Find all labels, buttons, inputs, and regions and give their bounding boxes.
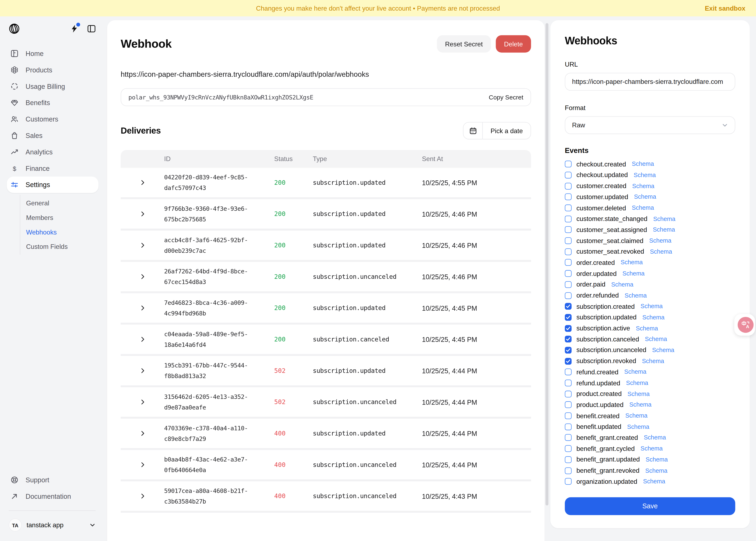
schema-link[interactable]: Schema	[643, 478, 665, 485]
delivery-row[interactable]: 3156462d-6205-4e13-a352-d9e87aa0eafe 502…	[121, 387, 531, 419]
expand-row-chevron-icon[interactable]	[121, 273, 164, 280]
schema-link[interactable]: Schema	[632, 205, 654, 211]
schema-link[interactable]: Schema	[650, 248, 672, 255]
delivery-row[interactable]: 195cb391-67bb-447c-9544-f8b8ad813a32 502…	[121, 356, 531, 387]
url-input[interactable]	[572, 78, 728, 86]
event-checkbox[interactable]	[565, 347, 571, 353]
sidebar-item-general[interactable]: General	[20, 196, 105, 210]
expand-row-chevron-icon[interactable]	[121, 398, 164, 406]
expand-row-chevron-icon[interactable]	[121, 492, 164, 500]
sidebar-item-products[interactable]: Products	[0, 62, 105, 78]
schema-link[interactable]: Schema	[653, 227, 675, 233]
event-checkbox[interactable]	[565, 194, 571, 200]
event-checkbox[interactable]	[565, 238, 571, 244]
event-checkbox[interactable]	[565, 270, 571, 277]
event-checkbox[interactable]	[565, 369, 571, 375]
expand-row-chevron-icon[interactable]	[121, 179, 164, 186]
pick-date-button[interactable]: Pick a date	[463, 122, 531, 139]
schema-link[interactable]: Schema	[632, 161, 654, 168]
delivery-row[interactable]: 26af7262-64bd-4f9d-8bce-67cec154d8a3 200…	[121, 262, 531, 293]
schema-link[interactable]: Schema	[626, 379, 648, 386]
format-select[interactable]: Raw	[565, 116, 735, 134]
sidebar-item-support[interactable]: Support	[0, 472, 105, 488]
delivery-row[interactable]: 4703369e-c378-40a4-a110-c89e8cbf7a29 400…	[121, 419, 531, 450]
delivery-row[interactable]: 7ed46823-8bca-4c36-a009-4c994fbd968b 200…	[121, 293, 531, 324]
schema-link[interactable]: Schema	[625, 412, 647, 419]
schema-link[interactable]: Schema	[653, 216, 675, 222]
schema-link[interactable]: Schema	[636, 325, 658, 331]
schema-link[interactable]: Schema	[628, 390, 650, 397]
delivery-row[interactable]: 59017cea-a80a-4608-b21f-c3b63584b27b 400…	[121, 481, 531, 513]
event-checkbox[interactable]	[565, 336, 571, 342]
schema-link[interactable]: Schema	[625, 292, 647, 299]
expand-row-chevron-icon[interactable]	[121, 210, 164, 218]
expand-row-chevron-icon[interactable]	[121, 336, 164, 343]
schema-link[interactable]: Schema	[644, 434, 666, 441]
delivery-row[interactable]: 9f766b3e-9360-4f3e-93e6-675bc2b75685 200…	[121, 199, 531, 231]
event-checkbox[interactable]	[565, 445, 571, 452]
schema-link[interactable]: Schema	[652, 347, 674, 353]
expand-row-chevron-icon[interactable]	[121, 242, 164, 249]
schema-link[interactable]: Schema	[642, 358, 664, 364]
sidebar-item-analytics[interactable]: Analytics	[0, 144, 105, 160]
sidebar-item-custom-fields[interactable]: Custom Fields	[20, 239, 105, 254]
sidebar-item-home[interactable]: Home	[0, 45, 105, 62]
event-checkbox[interactable]	[565, 325, 571, 331]
expand-row-chevron-icon[interactable]	[121, 430, 164, 437]
org-switcher[interactable]: TA tanstack app	[0, 515, 105, 537]
event-checkbox[interactable]	[565, 379, 571, 386]
event-checkbox[interactable]	[565, 434, 571, 441]
event-checkbox[interactable]	[565, 423, 571, 430]
event-checkbox[interactable]	[565, 358, 571, 364]
reset-secret-button[interactable]: Reset Secret	[437, 35, 491, 52]
sidebar-item-sales[interactable]: Sales	[0, 127, 105, 144]
schema-link[interactable]: Schema	[645, 336, 667, 342]
delivery-row[interactable]: 04220f20-d839-4eef-9c85-dafc57097c43 200…	[121, 168, 531, 199]
event-checkbox[interactable]	[565, 281, 571, 288]
schema-link[interactable]: Schema	[649, 238, 671, 244]
expand-row-chevron-icon[interactable]	[121, 304, 164, 312]
sidebar-item-usage-billing[interactable]: Usage Billing	[0, 78, 105, 95]
event-checkbox[interactable]	[565, 456, 571, 463]
event-checkbox[interactable]	[565, 412, 571, 419]
schema-link[interactable]: Schema	[632, 183, 654, 189]
copy-secret-button[interactable]: Copy Secret	[489, 94, 523, 101]
delivery-row[interactable]: c04eaada-59a8-489e-9ef5-18a6e14a6fd4 200…	[121, 324, 531, 356]
event-checkbox[interactable]	[565, 402, 571, 408]
event-checkbox[interactable]	[565, 227, 571, 233]
delete-button[interactable]: Delete	[496, 35, 531, 52]
schema-link[interactable]: Schema	[629, 402, 651, 408]
delivery-row[interactable]: accb4c8f-3af6-4625-92bf-d00eb239c7ac 200…	[121, 231, 531, 262]
sidebar-item-customers[interactable]: Customers	[0, 111, 105, 127]
schema-link[interactable]: Schema	[634, 194, 656, 200]
translate-icon[interactable]: A	[738, 317, 754, 333]
schema-link[interactable]: Schema	[645, 467, 667, 474]
schema-link[interactable]: Schema	[624, 369, 646, 375]
event-checkbox[interactable]	[565, 292, 571, 299]
event-checkbox[interactable]	[565, 314, 571, 321]
schema-link[interactable]: Schema	[642, 314, 664, 321]
exit-sandbox-link[interactable]: Exit sandbox	[705, 5, 745, 12]
event-checkbox[interactable]	[565, 216, 571, 222]
sidebar-item-members[interactable]: Members	[20, 210, 105, 225]
schema-link[interactable]: Schema	[634, 172, 656, 178]
event-checkbox[interactable]	[565, 478, 571, 485]
expand-row-chevron-icon[interactable]	[121, 461, 164, 468]
schema-link[interactable]: Schema	[627, 423, 649, 430]
event-checkbox[interactable]	[565, 172, 571, 178]
notifications-bolt-icon[interactable]	[71, 24, 78, 32]
schema-link[interactable]: Schema	[623, 270, 645, 277]
sidebar-item-webhooks[interactable]: Webhooks	[20, 225, 105, 239]
collapse-sidebar-icon[interactable]	[87, 24, 96, 32]
schema-link[interactable]: Schema	[641, 303, 663, 309]
schema-link[interactable]: Schema	[646, 456, 668, 463]
event-checkbox[interactable]	[565, 248, 571, 255]
schema-link[interactable]: Schema	[641, 445, 663, 452]
event-checkbox[interactable]	[565, 205, 571, 211]
sidebar-item-settings[interactable]: Settings	[7, 177, 98, 193]
event-checkbox[interactable]	[565, 259, 571, 266]
vertical-scrollbar[interactable]	[545, 23, 548, 505]
schema-link[interactable]: Schema	[621, 259, 643, 266]
schema-link[interactable]: Schema	[611, 281, 633, 288]
sidebar-item-documentation[interactable]: Documentation	[0, 488, 105, 505]
